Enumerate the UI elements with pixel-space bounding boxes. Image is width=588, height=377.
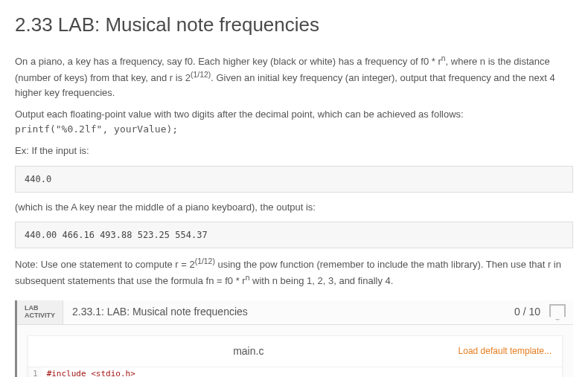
lab-header: LAB ACTIVITY 2.33.1: LAB: Musical note f… [17,300,573,325]
editor-filename: main.c [39,344,458,359]
lab-activity-tag: LAB ACTIVITY [17,300,63,324]
code-editor-panel: main.c Load default template... 12345678… [28,335,563,377]
printf-example: printf("%0.2lf", yourValue); [15,123,178,135]
description-paragraph-2: Output each floating-point value with tw… [15,107,573,136]
page-title: 2.33 LAB: Musical note frequencies [15,10,573,39]
code-editor[interactable]: 123456789 #include <stdio.h> int main(vo… [28,367,562,377]
description-paragraph-1: On a piano, a key has a frequency, say f… [15,53,573,100]
note-paragraph: Note: Use one statement to compute r = 2… [15,256,573,289]
lab-activity-title: 2.33.1: LAB: Musical note frequencies [63,304,508,320]
load-default-template-link[interactable]: Load default template... [458,344,552,358]
example-input-box: 440.0 [15,166,573,193]
code-lines[interactable]: #include <stdio.h> int main(void) { /* T… [42,367,377,377]
completion-badge-icon [549,304,566,320]
example-output-box: 440.00 466.16 493.88 523.25 554.37 [15,222,573,248]
example-mid-text: (which is the A key near the middle of a… [15,200,573,215]
lab-activity-panel: LAB ACTIVITY 2.33.1: LAB: Musical note f… [15,300,573,377]
lab-score: 0 / 10 [508,304,546,320]
line-number-gutter: 123456789 [28,367,42,377]
example-label: Ex: If the input is: [15,144,573,158]
